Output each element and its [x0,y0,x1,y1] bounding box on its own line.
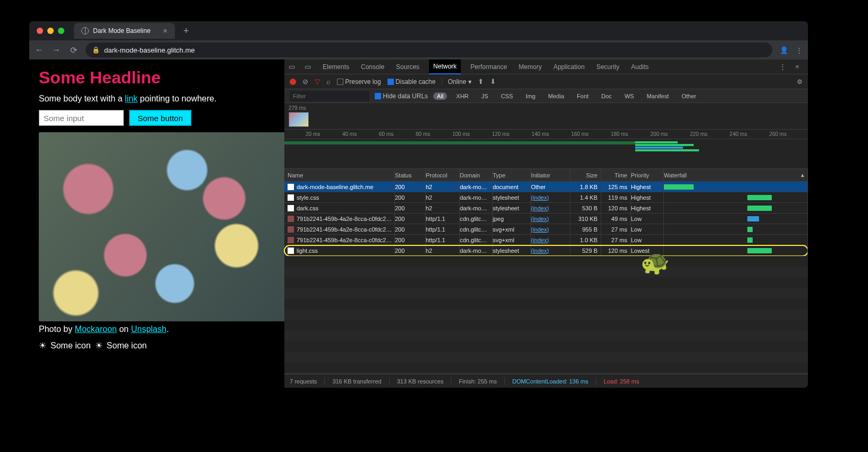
caption-link-author[interactable]: Mockaroon [75,325,117,334]
menu-icon[interactable]: ⋮ [796,46,803,54]
table-row[interactable]: light.css200h2dark-mo…stylesheet(index)5… [284,245,808,256]
filter-type-xhr[interactable]: XHR [452,92,472,100]
overview-time: 279 ms [289,105,804,111]
demo-button[interactable]: Some button [129,110,191,126]
filter-type-all[interactable]: All [433,92,447,100]
maximize-window-button[interactable] [58,28,64,34]
waterfall-overview[interactable] [284,139,808,169]
close-devtools-icon[interactable]: × [795,63,804,71]
sun-icon: ☀ [39,340,46,351]
record-button[interactable] [290,79,296,85]
col-initiator[interactable]: Initiator [531,169,570,181]
devtools-tab-memory[interactable]: Memory [517,60,544,74]
col-name[interactable]: Name [284,169,395,181]
preserve-log-checkbox[interactable]: Preserve log [337,78,381,86]
download-icon[interactable]: ⬇ [490,78,496,86]
col-type[interactable]: Type [493,169,531,181]
filter-type-other[interactable]: Other [678,92,700,100]
table-row[interactable]: 791b2241-459b-4a2e-8cca-c0fdc2…200http/1… [284,214,808,224]
profile-icon[interactable]: 👤 [780,46,788,54]
upload-icon[interactable]: ⬆ [478,78,484,86]
forward-button[interactable]: → [52,45,61,55]
table-row[interactable]: dark-mode-baseline.glitch.me200h2dark-mo… [284,182,808,192]
demo-input[interactable] [39,110,124,126]
minimize-window-button[interactable] [47,28,54,34]
filter-input[interactable] [290,91,369,101]
col-time[interactable]: Time [601,169,631,181]
status-finish: Finish: 255 ms [459,378,497,385]
inspect-icon[interactable]: ▭ [289,63,297,71]
filter-type-media[interactable]: Media [544,92,568,100]
url-text: dark-mode-baseline.glitch.me [104,46,195,54]
body-link[interactable]: link [125,94,138,103]
table-row[interactable]: dark.css200h2dark-mo…stylesheet(index)53… [284,203,808,214]
icon-row: ☀ Some icon ☀ Some icon [39,340,275,351]
table-row[interactable]: 791b2241-459b-4a2e-8cca-c0fdc2…200http/1… [284,235,808,245]
ruler-tick: 120 ms [492,131,509,137]
devtools-tab-elements[interactable]: Elements [321,60,351,74]
url-bar: ← → ⟳ 🔒 dark-mode-baseline.glitch.me 👤 ⋮ [29,40,808,59]
col-priority[interactable]: Priority [631,169,664,181]
devtools-tab-performance[interactable]: Performance [468,60,509,74]
table-header[interactable]: Name Status Protocol Domain Type Initiat… [284,169,808,182]
devtools-tab-console[interactable]: Console [359,60,386,74]
filter-type-ws[interactable]: WS [621,92,638,100]
chevron-down-icon: ▾ [468,78,471,86]
col-protocol[interactable]: Protocol [426,169,460,181]
globe-icon [81,27,89,35]
search-icon[interactable]: ⌕ [326,78,331,86]
network-toolbar: ⊘ ▽ ⌕ Preserve log Disable cache Online … [284,74,808,89]
timeline-ruler: 20 ms40 ms60 ms80 ms100 ms120 ms140 ms16… [284,130,808,139]
throttling-select[interactable]: Online ▾ [442,78,471,86]
file-icon [288,205,294,211]
devtools-tab-sources[interactable]: Sources [394,60,422,74]
devtools-tab-audits[interactable]: Audits [629,60,651,74]
col-waterfall[interactable]: Waterfall▴ [664,169,808,181]
network-overview[interactable]: 279 ms [284,103,808,130]
hide-data-urls-checkbox[interactable]: Hide data URLs [375,92,428,100]
network-table: Name Status Protocol Domain Type Initiat… [284,169,808,374]
filter-icon[interactable]: ▽ [315,78,320,86]
col-domain[interactable]: Domain [460,169,493,181]
caption-link-site[interactable]: Unsplash [131,325,166,334]
filter-type-css[interactable]: CSS [497,92,517,100]
photo-caption: Photo by Mockaroon on Unsplash. [39,325,275,334]
browser-window: Dark Mode Baseline × + ← → ⟳ 🔒 dark-mode… [29,21,808,388]
ruler-tick: 140 ms [532,131,549,137]
devtools-tab-application[interactable]: Application [551,60,587,74]
reload-button[interactable]: ⟳ [69,45,78,55]
disable-cache-checkbox[interactable]: Disable cache [387,78,436,86]
address-bar[interactable]: 🔒 dark-mode-baseline.glitch.me [86,42,772,57]
ruler-tick: 80 ms [416,131,430,137]
sun-icon: ☀ [95,340,103,351]
filter-type-img[interactable]: Img [522,92,539,100]
ruler-tick: 200 ms [651,131,668,137]
table-row[interactable]: 791b2241-459b-4a2e-8cca-c0fdc2…200http/1… [284,224,808,235]
table-empty-area [284,256,808,374]
browser-tab[interactable]: Dark Mode Baseline × [74,23,175,39]
demo-image [39,132,284,321]
col-status[interactable]: Status [395,169,426,181]
filter-type-doc[interactable]: Doc [597,92,616,100]
filter-type-js[interactable]: JS [478,92,492,100]
col-size[interactable]: Size [570,169,601,181]
filter-type-font[interactable]: Font [573,92,592,100]
close-window-button[interactable] [37,28,43,34]
ruler-tick: 160 ms [571,131,588,137]
clear-button[interactable]: ⊘ [302,78,308,86]
status-transferred: 316 KB transferred [332,378,381,385]
devtools-tab-network[interactable]: Network [429,59,461,74]
devtools-tab-security[interactable]: Security [594,60,621,74]
close-tab-icon[interactable]: × [163,27,167,35]
ruler-tick: 180 ms [611,131,628,137]
icon-label-1: Some icon [50,341,91,351]
new-tab-button[interactable]: + [179,25,193,37]
filter-type-manifest[interactable]: Manifest [643,92,673,100]
device-toggle-icon[interactable]: ▭ [305,63,313,71]
table-row[interactable]: style.css200h2dark-mo…stylesheet(index)1… [284,192,808,203]
settings-icon[interactable]: ⚙ [797,78,803,86]
file-icon [288,248,294,254]
back-button[interactable]: ← [35,45,44,55]
more-icon[interactable]: ⋮ [779,63,788,71]
ruler-tick: 240 ms [730,131,747,137]
